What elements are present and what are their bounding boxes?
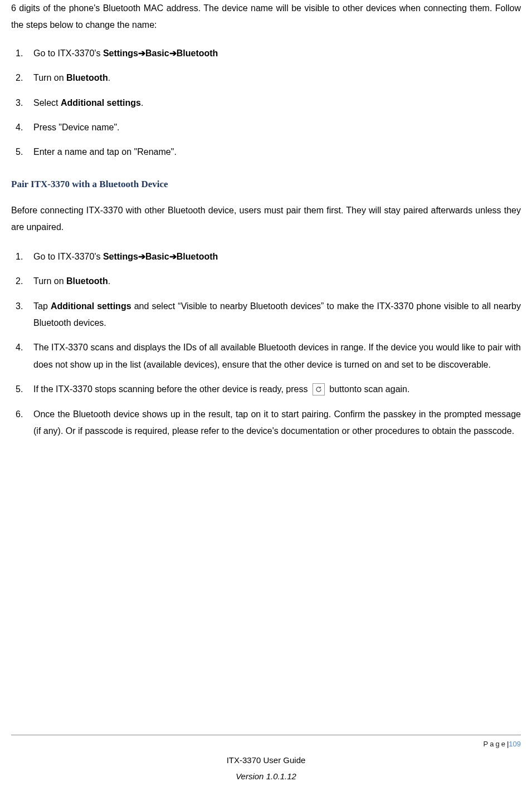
list-item: 2. Turn on Bluetooth.	[16, 273, 521, 290]
list-item: 3. Select Additional settings.	[16, 95, 521, 111]
text: buttonto scan again.	[327, 384, 410, 394]
steps-list-2: 1. Go to ITX-3370's Settings➔Basic➔Bluet…	[16, 248, 521, 440]
bold-text: Bluetooth	[66, 73, 108, 82]
bold-text: Bluetooth	[66, 276, 108, 286]
item-body: Turn on Bluetooth.	[33, 273, 521, 290]
text: Turn on	[33, 276, 66, 286]
text: Turn on	[33, 73, 66, 82]
intro-line1: 6 digits of the phone's Bluetooth MAC ad…	[11, 3, 421, 13]
text: .	[108, 276, 110, 286]
item-number: 1.	[16, 45, 33, 62]
bold-text: Settings	[103, 48, 138, 58]
bold-text: Additional settings	[61, 98, 141, 108]
item-body: Go to ITX-3370's Settings➔Basic➔Bluetoot…	[33, 45, 521, 62]
text: Tap	[33, 301, 51, 311]
list-item: 3. Tap Additional settings and select “V…	[16, 298, 521, 332]
footer-page-indicator: Page | 109	[11, 737, 521, 751]
bold-text: Bluetooth	[177, 48, 218, 58]
pair-intro-paragraph: Before connecting ITX-3370 with other Bl…	[11, 202, 521, 236]
item-number: 5.	[16, 144, 33, 160]
item-number: 3.	[16, 95, 33, 111]
page-footer: Page | 109 ITX-3370 User Guide Version 1…	[11, 735, 521, 784]
refresh-icon	[313, 383, 325, 395]
item-number: 6.	[16, 406, 33, 440]
bold-text: Additional settings	[51, 301, 131, 311]
list-item: 4. The ITX-3370 scans and displays the I…	[16, 339, 521, 373]
item-number: 4.	[16, 339, 33, 373]
arrow-icon: ➔	[138, 48, 145, 58]
footer-version: Version 1.0.1.12	[11, 769, 521, 785]
list-item: 2. Turn on Bluetooth.	[16, 70, 521, 86]
bold-text: Basic	[145, 252, 169, 261]
item-body: Select Additional settings.	[33, 95, 521, 111]
item-body: The ITX-3370 scans and displays the IDs …	[33, 339, 521, 373]
page-number: 109	[509, 737, 521, 751]
list-item: 4. Press "Device name".	[16, 119, 521, 136]
arrow-icon: ➔	[138, 252, 145, 261]
list-item: 5. If the ITX-3370 stops scanning before…	[16, 381, 521, 398]
item-body: Turn on Bluetooth.	[33, 70, 521, 86]
footer-title: ITX-3370 User Guide	[11, 753, 521, 769]
list-item: 1. Go to ITX-3370's Settings➔Basic➔Bluet…	[16, 248, 521, 265]
item-body: Enter a name and tap on "Rename".	[33, 144, 521, 160]
item-body: Once the Bluetooth device shows up in th…	[33, 406, 521, 440]
bold-text: Settings	[103, 252, 138, 261]
arrow-icon: ➔	[169, 48, 177, 58]
text: Go to ITX-3370's	[33, 252, 103, 261]
item-body: Tap Additional settings and select “Visi…	[33, 298, 521, 332]
list-item: 5. Enter a name and tap on "Rename".	[16, 144, 521, 160]
text: .	[141, 98, 143, 108]
item-number: 3.	[16, 298, 33, 332]
steps-list-1: 1. Go to ITX-3370's Settings➔Basic➔Bluet…	[16, 45, 521, 161]
item-body: Press "Device name".	[33, 119, 521, 136]
footer-divider	[11, 735, 521, 735]
item-number: 1.	[16, 248, 33, 265]
item-number: 5.	[16, 381, 33, 398]
list-item: 6. Once the Bluetooth device shows up in…	[16, 406, 521, 440]
item-number: 2.	[16, 273, 33, 290]
item-number: 2.	[16, 70, 33, 86]
bold-text: Bluetooth	[177, 252, 218, 261]
item-body: If the ITX-3370 stops scanning before th…	[33, 381, 521, 398]
section-heading-pair: Pair ITX-3370 with a Bluetooth Device	[11, 175, 521, 193]
list-item: 1. Go to ITX-3370's Settings➔Basic➔Bluet…	[16, 45, 521, 62]
item-body: Go to ITX-3370's Settings➔Basic➔Bluetoot…	[33, 248, 521, 265]
arrow-icon: ➔	[169, 252, 177, 261]
text: Go to ITX-3370's	[33, 48, 103, 58]
page-label: Page	[484, 737, 507, 751]
item-number: 4.	[16, 119, 33, 136]
text: If the ITX-3370 stops scanning before th…	[33, 384, 310, 394]
bold-text: Basic	[145, 48, 169, 58]
text: Select	[33, 98, 61, 108]
text: .	[108, 73, 110, 82]
intro-paragraph: 6 digits of the phone's Bluetooth MAC ad…	[11, 0, 521, 34]
